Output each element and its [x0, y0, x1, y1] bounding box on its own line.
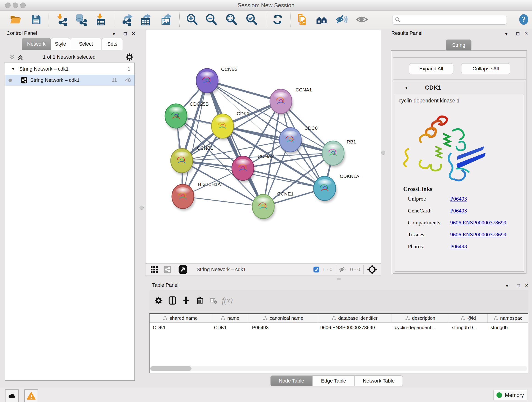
collection-count: 1	[128, 66, 130, 72]
network-node[interactable]	[172, 184, 195, 211]
column-header[interactable]: description	[392, 314, 449, 322]
tab-network[interactable]: Network	[22, 38, 51, 50]
memory-button[interactable]: Memory	[493, 390, 527, 400]
scrollbar-thumb[interactable]	[150, 366, 191, 371]
export-table-icon	[139, 13, 152, 26]
duplicate-network-icon	[295, 13, 308, 26]
crosslink-genecard[interactable]: P06493	[450, 208, 467, 220]
network-label: String Network – cdk1	[30, 77, 80, 83]
network-node[interactable]	[314, 176, 337, 203]
refresh-icon	[272, 13, 284, 26]
hidden-eye-slash-icon[interactable]	[339, 265, 347, 274]
crosslink-uniprot[interactable]: P06493	[450, 196, 467, 208]
tree-expand-caret[interactable]: ▾	[12, 66, 14, 71]
table-horizontal-scrollbar[interactable]	[150, 366, 527, 371]
save-session-button[interactable]	[30, 13, 43, 26]
collection-row[interactable]: ▾ String Network – cdk1 1	[5, 63, 134, 75]
grid-view-icon[interactable]	[150, 265, 158, 274]
table-settings-button[interactable]	[152, 294, 165, 307]
refresh-button[interactable]	[271, 13, 284, 26]
network-edge[interactable]	[183, 81, 207, 196]
zoom-selected-button[interactable]	[245, 13, 258, 26]
tab-string[interactable]: String	[446, 39, 472, 51]
cloud-status-button[interactable]	[5, 389, 19, 402]
column-header[interactable]: namespac	[487, 314, 528, 322]
detach-view-icon[interactable]	[178, 265, 187, 274]
zoom-fit-button[interactable]	[225, 13, 238, 26]
network-node[interactable]	[196, 69, 219, 95]
column-header[interactable]: @id	[449, 314, 487, 322]
warning-status-button[interactable]	[24, 389, 38, 402]
open-session-button[interactable]	[9, 13, 22, 26]
first-neighbors-button[interactable]	[315, 13, 328, 26]
columns-icon	[167, 296, 177, 305]
tab-node-table[interactable]: Node Table	[270, 375, 312, 386]
panel-close-icon[interactable]: ✕	[525, 283, 529, 288]
birdseye-crosshair-icon[interactable]	[367, 264, 377, 275]
section-collapse-caret[interactable]: ▾	[405, 85, 408, 90]
export-image-button[interactable]	[160, 13, 173, 26]
panel-float-icon[interactable]: ◻	[516, 283, 520, 288]
delete-column-button[interactable]	[193, 294, 207, 307]
export-network-button[interactable]	[121, 13, 134, 26]
tab-sets[interactable]: Sets	[102, 38, 123, 50]
export-table-button[interactable]	[139, 13, 152, 26]
zoom-out-button[interactable]	[205, 13, 218, 26]
table-row[interactable]: CDK1 CDK1 P06493 9606.ENSP00000378699 cy…	[150, 323, 528, 332]
network-node-label: CCNE1	[277, 191, 293, 196]
gear-icon[interactable]	[125, 53, 134, 61]
zoom-in-button[interactable]	[186, 13, 198, 26]
add-column-button[interactable]	[179, 294, 193, 307]
network-node[interactable]	[322, 141, 345, 167]
import-network-file-button[interactable]	[55, 13, 68, 26]
panel-float-icon[interactable]: ◻	[123, 31, 127, 36]
column-header[interactable]: database identifier	[317, 314, 392, 322]
network-canvas[interactable]: CCNB2CCNA1CDC25BCDK1CDC6RB1CCNB1CCNA2CDK…	[145, 30, 381, 264]
network-view-icon[interactable]	[163, 265, 172, 274]
bottom-splitter-handle[interactable]	[337, 278, 341, 280]
help-button[interactable]: ?	[517, 13, 530, 26]
crosslink-compartments[interactable]: 9606.ENSP00000378699	[450, 220, 506, 231]
selected-checkbox-icon[interactable]	[313, 266, 320, 273]
tab-network-table[interactable]: Network Table	[355, 375, 403, 386]
panel-close-icon[interactable]: ✕	[132, 31, 135, 36]
network-row[interactable]: String Network – cdk1 11 48	[5, 75, 134, 86]
delete-table-button[interactable]	[207, 294, 220, 307]
network-node[interactable]	[211, 114, 234, 140]
delete-table-icon	[210, 297, 217, 304]
left-splitter-handle[interactable]	[139, 206, 144, 210]
network-node[interactable]	[232, 156, 255, 182]
show-columns-button[interactable]	[165, 294, 179, 307]
collapse-all-button[interactable]: Collapse All	[461, 63, 510, 74]
show-all-button[interactable]	[355, 13, 368, 26]
crosslink-pharos[interactable]: P06493	[450, 243, 467, 255]
panel-menu-icon[interactable]: ▾	[505, 31, 507, 37]
hide-selected-button[interactable]	[336, 13, 348, 26]
hidden-count: 0 - 0	[350, 267, 360, 273]
column-header[interactable]: canonical name	[249, 314, 317, 322]
search-input[interactable]	[403, 17, 504, 23]
network-node[interactable]	[165, 104, 188, 130]
crosslink-tissues[interactable]: 9606.ENSP00000378699	[450, 231, 506, 243]
tab-style[interactable]: Style	[51, 38, 70, 50]
panel-close-icon[interactable]: ✕	[524, 31, 528, 36]
column-header[interactable]: name	[211, 314, 249, 322]
tab-edge-table[interactable]: Edge Table	[312, 375, 355, 386]
import-table-file-button[interactable]	[94, 13, 107, 26]
network-node[interactable]	[270, 89, 293, 115]
expand-all-button[interactable]: Expand All	[409, 63, 453, 74]
network-node[interactable]	[252, 194, 275, 221]
main-toolbar: ?	[0, 11, 532, 29]
column-header[interactable]: shared name	[150, 314, 211, 322]
duplicate-network-button[interactable]	[295, 13, 308, 26]
panel-float-icon[interactable]: ◻	[516, 31, 520, 36]
panel-menu-icon[interactable]: ▾	[113, 31, 115, 37]
tab-select[interactable]: Select	[70, 38, 102, 50]
view-toolbar-divider	[175, 265, 175, 274]
function-builder-button[interactable]: f(x)	[220, 294, 234, 307]
right-splitter-handle[interactable]	[381, 151, 385, 155]
node-count: 11	[112, 77, 117, 83]
panel-menu-icon[interactable]: ▾	[506, 283, 508, 288]
import-network-database-button[interactable]	[74, 13, 87, 26]
network-node-label: CDK1	[237, 111, 249, 116]
